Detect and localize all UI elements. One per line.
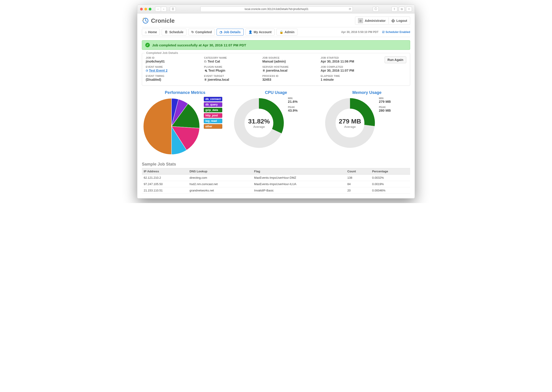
user-menu[interactable]: Administrator <box>355 17 388 25</box>
event-link[interactable]: Test Event 2 <box>149 69 167 72</box>
field-hostname: SERVER HOSTNAME 🖥joeretina.local <box>262 65 316 72</box>
cpu-avg-value: 31.82% <box>248 118 270 125</box>
field-category: CATEGORY NAME 🗀Test Cat <box>204 56 258 63</box>
brand-name: Cronicle <box>151 17 175 24</box>
cpu-peak-value: 43.9% <box>288 108 298 112</box>
alert-message: Job completed successfully at Apr 30, 20… <box>152 43 246 47</box>
chart-memory: Memory Usage 279 MB Average MIN 279 MB <box>324 90 410 156</box>
legend-http_post: http_post <box>204 113 222 118</box>
browser-window: ‹ › ☰ local.cronicle.com:3012/#JobDetail… <box>137 5 415 198</box>
legend-db_query: db_query <box>204 102 222 107</box>
sidebar-toggle-icon[interactable]: ☰ <box>170 7 176 12</box>
perf-legend: db_connectdb_querygzip_datahttp_postlog_… <box>204 97 222 129</box>
zoom-window-icon[interactable] <box>149 8 152 10</box>
plug-icon: 🔌 <box>204 69 207 72</box>
power-icon: ⏻ <box>392 19 395 22</box>
field-target: EVENT TARGET 🖥joeretina.local <box>204 75 258 81</box>
logout-label: Logout <box>396 19 407 22</box>
cpu-min-value: 21.6% <box>288 100 298 104</box>
panel-title: Completed Job Details <box>145 51 179 55</box>
legend-other: other <box>204 124 222 129</box>
folder-icon: 🗀 <box>204 60 207 63</box>
back-button[interactable]: ‹ <box>155 7 161 12</box>
titlebar: ‹ › ☰ local.cronicle.com:3012/#JobDetail… <box>137 5 415 14</box>
tab-my-account[interactable]: 👤My Account <box>246 29 275 35</box>
avatar-icon <box>358 18 363 23</box>
scheduler-toggle[interactable]: ☑ Scheduler Enabled <box>382 30 410 34</box>
close-window-icon[interactable] <box>140 8 143 10</box>
col-ip-address: IP Address <box>142 168 188 175</box>
brand[interactable]: Cronicle <box>142 17 175 24</box>
legend-log_read: log_read <box>204 119 222 123</box>
table-row: 21.153.110.51grandnetworks.netInvalidIP-… <box>142 187 410 194</box>
svg-line-2 <box>145 21 147 21</box>
server-icon: 🖥 <box>204 78 207 81</box>
legend-gzip_data: gzip_data <box>204 108 222 112</box>
field-source: JOB SOURCE Manual (admin) <box>262 56 316 63</box>
main-nav: ⌂Home🗓Schedule↻Completed◔Job Details👤My … <box>142 27 410 37</box>
calendar-icon: 🗓 <box>165 30 168 34</box>
job-details-panel: Completed Job Details JOB ID jino6chwy01… <box>142 53 410 86</box>
user-name: Administrator <box>365 19 386 22</box>
success-alert: ✓ Job completed successfully at Apr 30, … <box>142 40 410 50</box>
checkmark-icon: ✓ <box>145 43 150 47</box>
col-flag: Flag <box>252 168 346 175</box>
address-bar[interactable]: local.cronicle.com:3012/#JobDetails?id=j… <box>200 6 353 12</box>
field-started: JOB STARTED Apr 30, 2016 11:06 PM <box>321 56 374 63</box>
user-box: Administrator ⏻ Logout <box>355 17 410 25</box>
url-text: local.cronicle.com:3012/#JobDetails?id=j… <box>245 7 309 11</box>
lock-icon: 🔒 <box>279 30 283 34</box>
stats-table-title: Sample Job Stats <box>142 162 410 167</box>
pie-icon: ◔ <box>219 30 222 34</box>
clock-icon: ◷ <box>146 69 148 72</box>
svg-line-5 <box>144 18 144 18</box>
mem-avg-label: Average <box>344 125 356 128</box>
field-timing: EVENT TIMING (Disabled) <box>146 75 199 81</box>
house-icon: ⌂ <box>145 30 147 34</box>
stats-table: IP AddressDNS LookupFlagCountPercentage … <box>142 168 410 194</box>
field-elapsed: ELAPSED TIME 1 minute <box>321 75 374 81</box>
new-tab-icon[interactable]: + <box>406 7 412 12</box>
chart-performance: Performance Metrics db_connectdb_querygz… <box>142 90 228 156</box>
table-row: 62.121.210.2directing.comMaxEvents-ImpsU… <box>142 175 410 181</box>
mem-peak-value: 280 MB <box>379 108 391 112</box>
brand-logo-icon <box>142 17 149 24</box>
tab-admin[interactable]: 🔒Admin <box>276 29 298 35</box>
perf-pie-chart <box>142 97 201 156</box>
person-icon: 👤 <box>248 30 252 34</box>
forward-button[interactable]: › <box>161 7 167 12</box>
mem-min-value: 279 MB <box>379 100 391 104</box>
tabs-icon[interactable]: ⧉ <box>399 7 405 12</box>
tab-schedule[interactable]: 🗓Schedule <box>162 29 186 35</box>
share-icon[interactable]: ⇧ <box>392 7 397 12</box>
refresh-icon: ↻ <box>191 30 194 34</box>
minimize-window-icon[interactable] <box>144 8 147 10</box>
field-job-id: JOB ID jino6chwy01 <box>146 56 199 63</box>
col-dns-lookup: DNS Lookup <box>188 168 252 175</box>
reload-icon[interactable]: ⟳ <box>349 7 351 11</box>
server-icon: 🖥 <box>262 69 265 72</box>
field-plugin: PLUGIN NAME 🔌Test Plugin <box>204 65 258 72</box>
table-row: 97.247.105.50hsd2.nm.comcast.netMaxEvent… <box>142 181 410 187</box>
svg-line-3 <box>143 18 143 19</box>
page-timestamp: Apr 30, 2016 5:50:10 PM PDT <box>341 30 378 34</box>
reader-icon[interactable]: ⓘ <box>373 7 379 12</box>
tab-completed[interactable]: ↻Completed <box>188 29 215 35</box>
field-pid: PROCESS ID 32453 <box>262 75 316 81</box>
tab-job-details[interactable]: ◔Job Details <box>217 29 244 35</box>
chart-cpu: CPU Usage 31.82% Average MIN 21.6% <box>233 90 319 156</box>
cpu-avg-label: Average <box>253 125 265 128</box>
window-controls <box>140 8 152 10</box>
tab-home[interactable]: ⌂Home <box>142 29 160 35</box>
col-count: Count <box>345 168 370 175</box>
run-again-button[interactable]: Run Again <box>385 56 406 63</box>
logout-button[interactable]: ⏻ Logout <box>388 18 410 24</box>
check-icon: ☑ <box>382 30 385 34</box>
field-event-name: EVENT NAME ◷Test Event 2 <box>146 65 199 72</box>
col-percentage: Percentage <box>370 168 410 175</box>
legend-db_connect: db_connect <box>204 97 222 101</box>
stats-table-section: Sample Job Stats IP AddressDNS LookupFla… <box>142 162 410 194</box>
field-completed: JOB COMPLETED Apr 30, 2016 11:07 PM <box>321 65 374 72</box>
mem-avg-value: 279 MB <box>339 118 361 125</box>
